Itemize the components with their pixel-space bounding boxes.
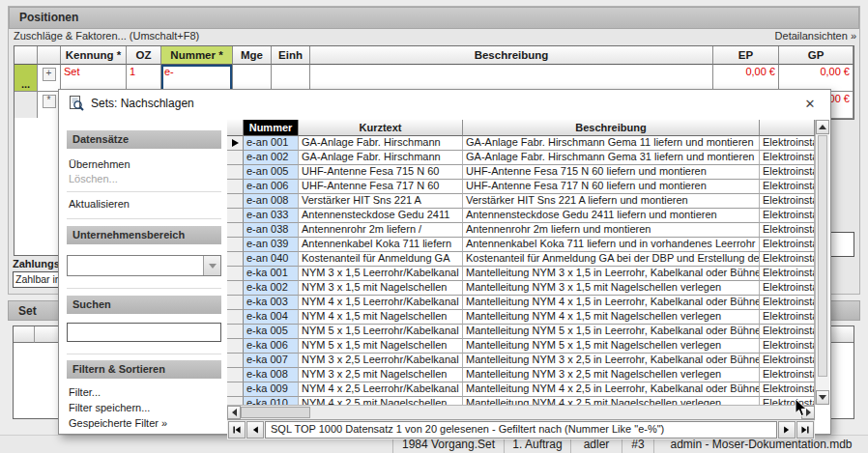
cell-kurztext[interactable]: NYM 5 x 1,5 Leerrohr/Kabelkanal xyxy=(299,325,463,339)
cell-kurztext[interactable]: UHF-Antenne Fesa 715 N 60 xyxy=(299,165,463,180)
cell-nummer[interactable]: e-ka 010 xyxy=(244,397,299,405)
cell-gewerk[interactable]: Elektroinsta xyxy=(760,136,815,151)
aktualisieren-link[interactable]: Aktualisieren xyxy=(67,198,221,210)
lookup-grid-row[interactable]: e-ka 002 NYM 3 x 1,5 mit Nagelschellen M… xyxy=(227,281,815,296)
row-selector-cell[interactable] xyxy=(227,397,244,405)
row-selector-cell[interactable] xyxy=(227,382,244,397)
lookup-grid-row[interactable]: e-ka 004 NYM 4 x 1,5 mit Nagelschellen M… xyxy=(227,310,815,325)
lookup-grid-row[interactable]: e-ka 007 NYM 3 x 2,5 Leerrohr/Kabelkanal… xyxy=(227,354,815,368)
col-beschreibung-header[interactable]: Beschreibung xyxy=(463,120,760,136)
col-nummer-header[interactable]: Nummer * xyxy=(161,46,233,65)
cell-nummer[interactable]: e-an 040 xyxy=(244,252,299,267)
cell-beschreibung[interactable]: Mantelleitung NYM 3 x 2,5 mit Nagelschel… xyxy=(463,368,760,382)
cell-beschreibung[interactable]: Mantelleitung NYM 3 x 2,5 in Leerrohr, K… xyxy=(463,354,760,368)
cell-gewerk[interactable]: Elektroinsta xyxy=(760,281,815,296)
lookup-grid-row[interactable]: e-ka 005 NYM 5 x 1,5 Leerrohr/Kabelkanal… xyxy=(227,325,815,339)
combo-dropdown-button[interactable] xyxy=(203,256,220,275)
zuschlaege-faktoren-link[interactable]: Zuschläge & Faktoren... (Umschalt+F8) xyxy=(14,30,199,42)
lookup-grid-row[interactable]: e-ka 010 NYM 4 x 2,5 mit Nagelschellen M… xyxy=(227,397,815,405)
cell-beschreibung[interactable]: UHF-Antenne Fesa 715 N 60 liefern und mo… xyxy=(463,165,760,180)
col-oz-header[interactable]: OZ xyxy=(127,46,161,65)
detailansichten-link[interactable]: Detailansichten » xyxy=(775,30,856,42)
horizontal-scrollbar[interactable] xyxy=(227,405,815,419)
cell-gewerk[interactable]: Elektroinsta xyxy=(760,165,815,180)
row-selector-cell[interactable] xyxy=(227,238,244,252)
cell-nummer[interactable]: e-ka 003 xyxy=(244,296,299,310)
cell-kurztext[interactable]: NYM 4 x 1,5 Leerrohr/Kabelkanal xyxy=(299,296,463,310)
cell-nummer[interactable]: e-ka 005 xyxy=(244,325,299,339)
cell-beschreibung[interactable]: Kostenanteil für Anmeldung GA bei der DB… xyxy=(463,252,760,267)
lookup-grid-row[interactable]: e-an 040 Kostenanteil für Anmeldung GA K… xyxy=(227,252,815,267)
row-selector-cell[interactable] xyxy=(227,180,244,194)
close-button[interactable]: ✕ xyxy=(801,96,819,113)
col-einh-header[interactable]: Einh xyxy=(272,46,310,65)
col-mge-header[interactable]: Mge xyxy=(233,46,272,65)
lookup-grid-row[interactable]: e-an 005 UHF-Antenne Fesa 715 N 60 UHF-A… xyxy=(227,165,815,180)
row-selector-cell[interactable] xyxy=(227,310,244,325)
cell-nummer[interactable]: e-an 005 xyxy=(244,165,299,180)
cell-nummer[interactable]: e-an 006 xyxy=(244,180,299,194)
scroll-down-button[interactable] xyxy=(816,390,829,405)
lookup-grid-row[interactable]: e-ka 009 NYM 4 x 2,5 Leerrohr/Kabelkanal… xyxy=(227,382,815,397)
row-selector-cell[interactable] xyxy=(227,325,244,339)
nav-last-button[interactable] xyxy=(796,421,814,439)
cell-kurztext[interactable]: UHF-Antenne Fesa 717 N 60 xyxy=(299,180,463,194)
row-selector-cell[interactable] xyxy=(227,136,244,151)
cell-beschreibung[interactable]: Antennenrohr 2m liefern und montieren xyxy=(463,223,760,238)
cell-nummer[interactable]: e-ka 004 xyxy=(244,310,299,325)
position-row-1[interactable]: ... + Set 1 e- 0,00 € 0,00 € xyxy=(14,65,854,92)
expand-row-button[interactable]: + xyxy=(38,65,61,92)
mge-cell[interactable] xyxy=(233,65,272,92)
col-kennung-header[interactable]: Kennung * xyxy=(61,46,127,65)
cell-nummer[interactable]: e-an 033 xyxy=(244,209,299,223)
cell-gewerk[interactable]: Elektroinsta xyxy=(760,382,815,397)
nav-first-button[interactable] xyxy=(228,421,246,439)
row-selector-cell[interactable] xyxy=(227,209,244,223)
cell-kurztext[interactable]: NYM 5 x 1,5 mit Nagelschellen xyxy=(299,339,463,354)
row-selector-cell[interactable] xyxy=(227,252,244,267)
hscroll-thumb[interactable] xyxy=(241,407,310,418)
row-selector-cell[interactable] xyxy=(227,296,244,310)
cell-nummer[interactable]: e-an 008 xyxy=(244,194,299,209)
vscroll-thumb[interactable] xyxy=(818,135,827,377)
cell-kurztext[interactable]: NYM 4 x 2,5 mit Nagelschellen xyxy=(299,397,463,405)
cell-nummer[interactable]: e-ka 006 xyxy=(244,339,299,354)
unternehmensbereich-select[interactable] xyxy=(67,255,221,276)
row-selector-cell[interactable] xyxy=(227,354,244,368)
cell-gewerk[interactable]: Elektroinsta xyxy=(760,267,815,281)
cell-gewerk[interactable]: Elektroinsta xyxy=(760,238,815,252)
filter-link[interactable]: Filter... xyxy=(67,386,221,398)
nav-previous-button[interactable] xyxy=(246,421,264,439)
cell-nummer[interactable]: e-an 039 xyxy=(244,238,299,252)
row-selector-cell[interactable] xyxy=(227,281,244,296)
cell-gewerk[interactable]: Elektroinsta xyxy=(760,223,815,238)
cell-beschreibung[interactable]: Mantelleitung NYM 4 x 1,5 mit Nagelschel… xyxy=(463,310,760,325)
scroll-left-button[interactable] xyxy=(227,406,241,419)
cell-kurztext[interactable]: Antennensteckdose Gedu 2411 xyxy=(299,209,463,223)
filter-speichern-link[interactable]: Filter speichern... xyxy=(67,402,221,413)
cell-gewerk[interactable]: Elektroinsta xyxy=(760,310,815,325)
uebernehmen-link[interactable]: Übernehmen xyxy=(67,158,221,170)
cell-gewerk[interactable]: Elektroinsta xyxy=(760,354,815,368)
cell-beschreibung[interactable]: Mantelleitung NYM 3 x 1,5 in Leerrohr, K… xyxy=(463,267,760,281)
row-selector-cell[interactable] xyxy=(227,151,244,165)
col-nummer-header[interactable]: Nummer xyxy=(244,120,299,136)
cell-nummer[interactable]: e-ka 002 xyxy=(244,281,299,296)
nav-next-button[interactable] xyxy=(778,421,796,439)
cell-kurztext[interactable]: NYM 3 x 2,5 mit Nagelschellen xyxy=(299,368,463,382)
cell-nummer[interactable]: e-ka 008 xyxy=(244,368,299,382)
cell-nummer[interactable]: e-an 001 xyxy=(244,136,299,151)
cell-kurztext[interactable]: GA-Anlage Fabr. Hirschmann xyxy=(299,151,463,165)
cell-kurztext[interactable]: Antennenrohr 2m liefern / xyxy=(299,223,463,238)
lookup-grid-row[interactable]: e-ka 008 NYM 3 x 2,5 mit Nagelschellen M… xyxy=(227,368,815,382)
cell-nummer[interactable]: e-ka 009 xyxy=(244,382,299,397)
cell-kurztext[interactable]: Antennenkabel Koka 711 liefern xyxy=(299,238,463,252)
lookup-grid-row[interactable]: e-an 008 Verstärker HIT Sns 221 A Verstä… xyxy=(227,194,815,209)
col-ep-header[interactable]: EP xyxy=(713,46,779,65)
cell-beschreibung[interactable]: UHF-Antenne Fesa 717 N 60 liefern und mo… xyxy=(463,180,760,194)
cell-beschreibung[interactable]: GA-Anlage Fabr. Hirschmann Gema 11 liefe… xyxy=(463,136,760,151)
cell-kurztext[interactable]: NYM 3 x 1,5 mit Nagelschellen xyxy=(299,281,463,296)
cell-gewerk[interactable]: Elektroinsta xyxy=(760,180,815,194)
col-beschreibung-header[interactable]: Beschreibung xyxy=(310,46,713,65)
cell-kurztext[interactable]: NYM 3 x 2,5 Leerrohr/Kabelkanal xyxy=(299,354,463,368)
